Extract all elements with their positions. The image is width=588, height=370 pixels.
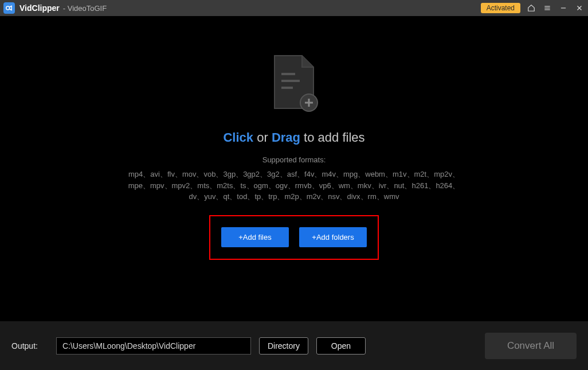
app-name: VidClipper bbox=[19, 3, 60, 13]
file-add-icon bbox=[270, 54, 318, 114]
highlight-box: +Add files +Add folders bbox=[209, 215, 379, 260]
bottom-bar: Output: Directory Open Convert All bbox=[0, 321, 588, 370]
output-path-input[interactable] bbox=[56, 337, 251, 355]
directory-button[interactable]: Directory bbox=[259, 337, 308, 355]
supported-formats-list: mp4、avi、flv、mov、vob、3gp、3gp2、3g2、asf、f4v… bbox=[128, 169, 460, 202]
menu-icon[interactable] bbox=[542, 3, 552, 13]
drop-headline: Click or Drag to add files bbox=[223, 130, 364, 145]
titlebar: VidClipper - VideoToGIF Activated bbox=[0, 0, 588, 16]
add-folders-button[interactable]: +Add folders bbox=[299, 227, 367, 247]
add-files-button[interactable]: +Add files bbox=[221, 227, 289, 247]
activated-badge: Activated bbox=[481, 3, 520, 13]
minimize-icon[interactable] bbox=[558, 3, 569, 13]
open-button[interactable]: Open bbox=[316, 337, 366, 355]
home-icon[interactable] bbox=[526, 3, 536, 13]
output-label: Output: bbox=[11, 341, 38, 350]
headline-drag: Drag bbox=[272, 130, 300, 145]
headline-click: Click bbox=[223, 130, 253, 145]
app-logo-icon bbox=[3, 2, 15, 14]
headline-or: or bbox=[253, 130, 272, 145]
headline-rest: to add files bbox=[300, 130, 365, 145]
app-subtitle: - VideoToGIF bbox=[63, 4, 107, 13]
main-drop-area[interactable]: Click or Drag to add files Supported for… bbox=[0, 16, 588, 321]
supported-formats-title: Supported formats: bbox=[262, 155, 326, 164]
convert-all-button[interactable]: Convert All bbox=[485, 333, 577, 359]
svg-point-0 bbox=[6, 6, 10, 10]
close-icon[interactable] bbox=[574, 3, 585, 13]
